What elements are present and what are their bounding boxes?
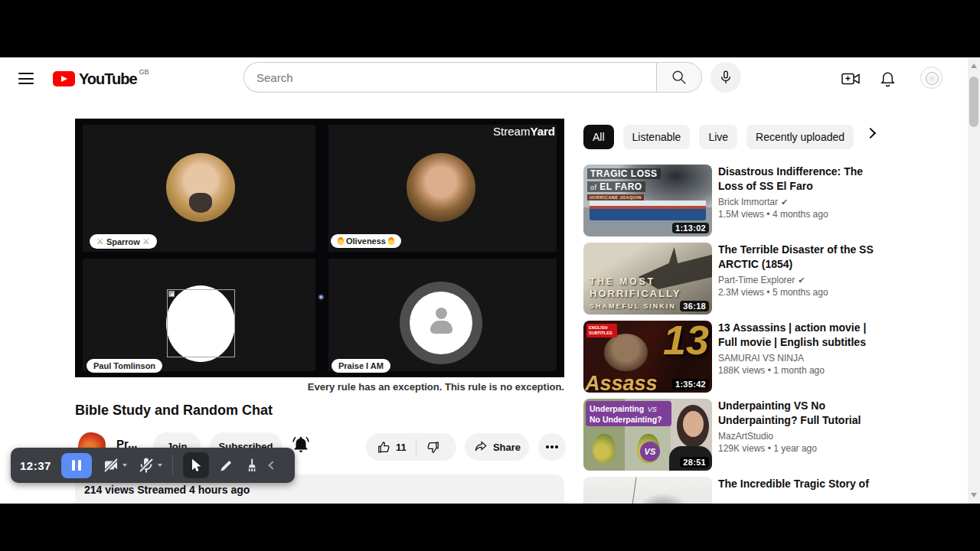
suggested-title[interactable]: 13 Assassins | action movie | Full movie… xyxy=(718,321,874,350)
duration-badge: 1:13:02 xyxy=(672,223,709,233)
camera-off-icon xyxy=(102,456,120,474)
suggested-video[interactable]: TRAGIC LOSS of EL FARO HURRICANE JOAQUIN… xyxy=(583,165,874,236)
suggested-video[interactable]: THE MOST HORRIFICALLY SHAMEFUL SINKIN 36… xyxy=(583,243,874,315)
create-video-icon xyxy=(841,70,861,88)
more-actions-button[interactable] xyxy=(538,433,566,461)
chip-live[interactable]: Live xyxy=(699,125,737,149)
mic-off-button[interactable] xyxy=(137,456,162,474)
thumb-text: SHAMEFUL SINKIN xyxy=(590,302,676,310)
suggested-video[interactable]: Underpainting VS No Underpainting? VS 28… xyxy=(583,399,874,471)
thumb-text: 13 xyxy=(663,321,709,364)
name-label-oliveness: Oliveness xyxy=(331,234,401,248)
video-thumbnail[interactable]: 13 Assass ENGLISH SUBTITLES 1:35:42 xyxy=(583,321,712,393)
name-label-sparrow: ⚔ Sparrow ⚔ xyxy=(90,234,157,249)
chips-next-icon[interactable] xyxy=(865,128,876,139)
scrollbar[interactable] xyxy=(968,57,980,504)
video-thumbnail[interactable]: Underpainting VS No Underpainting? VS 28… xyxy=(583,399,712,471)
filter-chips: All Listenable Live Recently uploaded xyxy=(583,125,854,149)
duration-badge: 1:35:42 xyxy=(672,379,709,390)
suggested-meta: 1.5M views • 4 months ago xyxy=(718,209,874,220)
suggested-video[interactable]: The Incredible Tragic Story of xyxy=(583,477,874,504)
person-icon xyxy=(436,308,447,319)
suggested-channel[interactable]: MazArtStudio xyxy=(718,431,773,442)
dislike-button[interactable] xyxy=(416,440,451,455)
region-label: GB xyxy=(139,68,149,76)
create-button[interactable] xyxy=(841,70,861,91)
scroll-up-icon[interactable] xyxy=(971,64,977,68)
divider xyxy=(172,455,173,475)
recording-time: 12:37 xyxy=(20,459,51,472)
camera-off-button[interactable] xyxy=(102,456,127,474)
verified-badge: ✔ xyxy=(781,197,788,207)
like-button[interactable]: 11 xyxy=(366,440,416,455)
menu-icon[interactable] xyxy=(18,73,34,84)
eraser-tool-button[interactable] xyxy=(244,458,260,473)
chip-listenable[interactable]: Listenable xyxy=(623,125,691,149)
broom-icon xyxy=(244,458,260,473)
samurai-graphic xyxy=(604,334,648,371)
pause-button[interactable] xyxy=(61,453,92,478)
vs-badge: VS xyxy=(640,442,660,461)
video-caption: Every rule has an exception. This rule i… xyxy=(75,381,564,393)
like-dislike-pill: 11 xyxy=(366,433,456,461)
verified-badge: ✔ xyxy=(798,276,805,285)
thumbs-down-icon xyxy=(426,440,440,455)
like-count: 11 xyxy=(396,442,407,453)
thumb-text: of EL FARO xyxy=(587,181,645,192)
swords-icon: ⚔ xyxy=(96,236,104,246)
thumb-text: HORRIFICALLY xyxy=(590,288,681,299)
scroll-down-icon[interactable] xyxy=(971,493,977,497)
search-input[interactable] xyxy=(256,71,624,84)
name-label-praise: Praise I AM xyxy=(332,359,390,373)
chip-recently-uploaded[interactable]: Recently uploaded xyxy=(746,125,854,149)
thumb-text: THE MOST xyxy=(590,276,655,287)
search-bar[interactable] xyxy=(243,62,657,93)
video-player[interactable]: StreamYard ⚔ Sparrow ⚔ Oliveness Paul To… xyxy=(75,119,564,377)
video-thumbnail[interactable]: THE MOST HORRIFICALLY SHAMEFUL SINKIN 36… xyxy=(583,243,712,315)
thumbs-up-icon xyxy=(377,440,391,455)
person-graphic xyxy=(683,411,704,437)
ship-graphic xyxy=(629,477,636,504)
recorder-toolbar: 12:37 xyxy=(11,448,295,483)
youtube-play-icon xyxy=(53,71,75,86)
suggested-meta: 2.3M views • 5 months ago xyxy=(718,287,874,298)
account-avatar[interactable] xyxy=(920,67,942,89)
caret-down-icon xyxy=(158,464,162,467)
suggested-video[interactable]: 13 Assass ENGLISH SUBTITLES 1:35:42 13 A… xyxy=(583,321,874,393)
chip-all[interactable]: All xyxy=(583,125,614,149)
suggested-meta: 129K views • 1 year ago xyxy=(718,443,874,454)
suggested-title[interactable]: Underpainting VS No Underpainting? Full … xyxy=(718,399,874,428)
video-thumbnail[interactable]: TRAGIC LOSS of EL FARO HURRICANE JOAQUIN… xyxy=(583,165,712,236)
mic-icon xyxy=(718,70,733,85)
suggested-title[interactable]: Disastrous Indifference: The Loss of SS … xyxy=(718,165,874,194)
notifications-button[interactable] xyxy=(879,70,897,91)
scrollbar-thumb[interactable] xyxy=(969,77,978,127)
name-label-paul: Paul Tomlinson xyxy=(87,359,162,373)
pen-tool-button[interactable] xyxy=(219,458,234,473)
thumb-text: Underpainting VS No Underpainting? xyxy=(586,401,671,426)
share-button[interactable]: Share xyxy=(465,433,529,461)
youtube-logo[interactable]: YouTube GB xyxy=(53,68,149,88)
streamyard-watermark: StreamYard xyxy=(493,125,555,138)
pencil-icon xyxy=(219,458,234,473)
ship-graphic xyxy=(590,201,706,220)
participant-avatar-oliveness xyxy=(407,153,475,222)
participant-avatar-sparrow xyxy=(166,153,235,222)
search-icon xyxy=(671,69,688,86)
suggested-title[interactable]: The Terrible Disaster of the SS ARCTIC (… xyxy=(718,243,874,272)
video-thumbnail[interactable] xyxy=(583,477,712,504)
suggested-channel[interactable]: SAMURAI VS NINJA xyxy=(718,353,804,364)
mic-off-icon xyxy=(137,456,155,474)
bell-icon xyxy=(879,70,897,88)
suggested-title[interactable]: The Incredible Tragic Story of xyxy=(718,477,874,491)
cursor-tool-button[interactable] xyxy=(183,452,209,478)
suggested-channel[interactable]: Brick Immortar xyxy=(718,197,778,207)
suggested-channel[interactable]: Part-Time Explorer xyxy=(718,275,795,285)
thumb-badge: ENGLISH SUBTITLES xyxy=(586,324,617,337)
search-button[interactable] xyxy=(656,62,702,93)
thumb-text: HURRICANE JOAQUIN xyxy=(587,194,644,201)
share-icon xyxy=(473,440,488,454)
collapse-toolbar-icon[interactable] xyxy=(268,461,276,469)
voice-search-button[interactable] xyxy=(710,62,741,93)
swords-icon: ⚔ xyxy=(142,236,150,246)
